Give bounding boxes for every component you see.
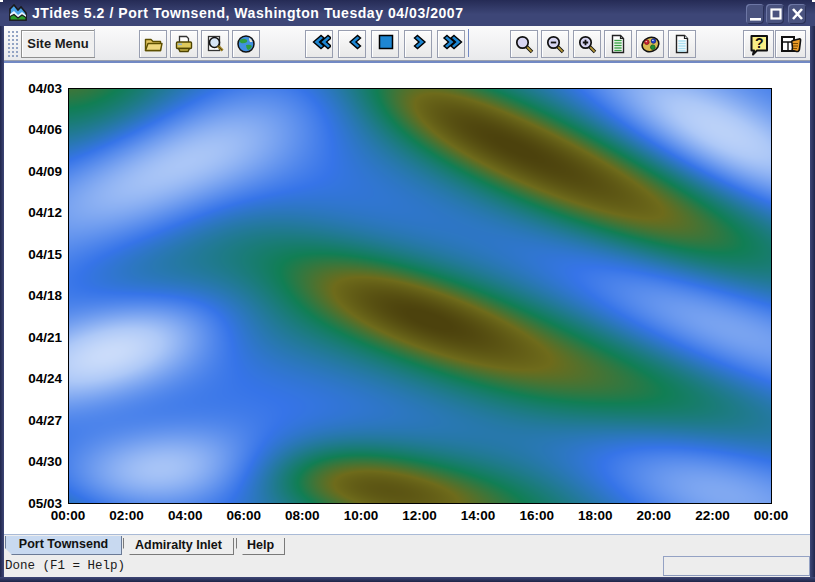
svg-text:?: ?: [755, 35, 764, 51]
